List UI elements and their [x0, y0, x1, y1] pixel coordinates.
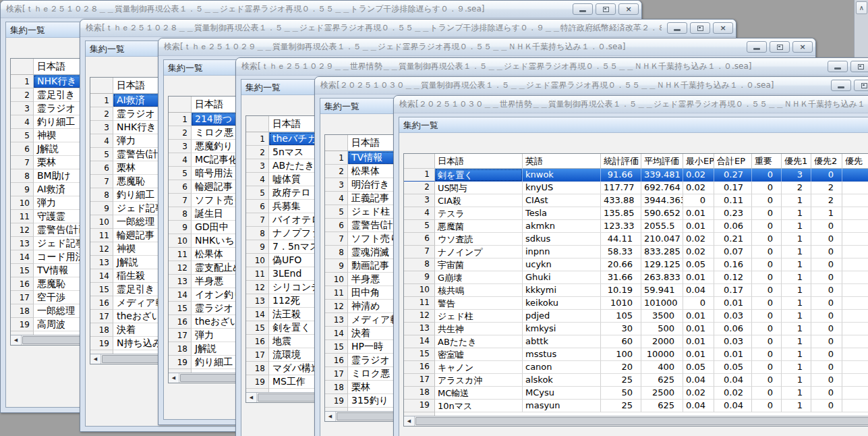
row-number-cell[interactable]: 13 — [325, 313, 348, 327]
row-number-cell[interactable]: 10 — [325, 273, 348, 286]
row-number-cell[interactable]: 16 — [90, 296, 113, 310]
table-cell[interactable]: knyUS — [523, 182, 601, 194]
scroll-left-button[interactable]: ◀ — [11, 335, 22, 345]
table-row[interactable]: 18MC輸送MCysu5025000.020.02010 — [404, 387, 868, 400]
table-cell[interactable]: 0 — [811, 361, 842, 374]
row-number-cell[interactable]: 1 — [404, 169, 435, 182]
maximize-button[interactable] — [770, 41, 790, 53]
table-row[interactable]: 17アラスカ沖alskok256250.040.04010 — [404, 374, 868, 387]
table-cell[interactable] — [842, 374, 868, 387]
row-number-cell[interactable]: 17 — [11, 291, 34, 304]
table-cell[interactable]: 0.01 — [714, 348, 752, 361]
table-cell[interactable] — [842, 233, 868, 246]
table-cell[interactable] — [842, 348, 868, 361]
row-number-cell[interactable]: 9 — [11, 183, 34, 196]
row-number-cell[interactable]: 15 — [90, 283, 113, 296]
table-cell[interactable]: kkkymi — [523, 284, 601, 297]
row-number-cell[interactable]: 17 — [325, 367, 348, 381]
table-cell[interactable]: ナノインプ — [435, 246, 523, 258]
table-cell[interactable]: 宇宙菌 — [435, 258, 523, 271]
table-cell[interactable] — [842, 387, 868, 400]
table-cell[interactable]: abttk — [523, 335, 601, 348]
table-cell[interactable] — [842, 271, 868, 284]
table-cell[interactable]: 400 — [641, 361, 683, 374]
table-cell[interactable]: 0.02 — [683, 387, 714, 400]
row-number-cell[interactable]: 1 — [11, 75, 34, 88]
table-cell[interactable]: 0.17 — [714, 284, 752, 297]
row-number-cell[interactable]: 11 — [246, 267, 269, 281]
minimize-button[interactable] — [828, 61, 848, 72]
horizontal-scrollbar[interactable]: ◀ — [404, 416, 868, 426]
table-cell[interactable]: 1 — [782, 207, 811, 220]
table-cell[interactable]: 核共鳴 — [435, 284, 523, 297]
row-number-cell[interactable]: 13 — [404, 323, 435, 335]
row-number-cell[interactable]: 18 — [325, 381, 348, 394]
table-cell[interactable]: 3944.363 — [641, 194, 683, 207]
row-number-cell[interactable]: 19 — [325, 394, 348, 408]
table-cell[interactable]: 0.04 — [714, 400, 752, 412]
row-number-cell[interactable]: 13 — [11, 237, 34, 250]
table-cell[interactable] — [842, 310, 868, 323]
row-number-cell[interactable]: 18 — [169, 342, 192, 356]
row-number-cell[interactable]: 8 — [90, 188, 113, 202]
table-cell[interactable]: 0.04 — [714, 374, 752, 387]
table-row[interactable]: 14ABたたきabttk6020000.010.03010 — [404, 335, 868, 348]
table-cell[interactable]: 0.06 — [714, 323, 752, 335]
table-cell[interactable]: 100 — [601, 348, 641, 361]
close-button[interactable]: × — [713, 22, 733, 34]
table-cell[interactable]: alskok — [523, 374, 601, 387]
table-row[interactable]: 7ナノインプinpnn58.33833.2850.020.07010 — [404, 246, 868, 258]
table-cell[interactable]: 0 — [811, 310, 842, 323]
table-cell[interactable]: 25 — [601, 374, 641, 387]
row-number-cell[interactable]: 16 — [246, 335, 269, 348]
row-number-cell[interactable]: 3 — [169, 140, 192, 153]
row-number-cell[interactable]: 14 — [246, 308, 269, 321]
row-number-cell[interactable]: 14 — [404, 335, 435, 348]
minimize-button[interactable] — [747, 41, 767, 53]
table-cell[interactable]: 117.77 — [601, 182, 641, 194]
table-row[interactable]: 9G崩壊Ghuki31.66263.8330.010.12010 — [404, 271, 868, 284]
table-cell[interactable]: 0 — [752, 169, 782, 182]
row-number-cell[interactable]: 13 — [90, 256, 113, 269]
row-number-cell[interactable]: 2 — [325, 165, 348, 178]
row-number-cell[interactable]: 12 — [11, 223, 34, 237]
table-cell[interactable]: 339.481 — [641, 169, 683, 182]
table-cell[interactable] — [842, 207, 868, 220]
row-number-cell[interactable]: 5 — [325, 205, 348, 219]
table-cell[interactable]: 1 — [782, 323, 811, 335]
row-number-cell[interactable]: 19 — [90, 337, 113, 350]
table-cell[interactable]: 0.03 — [714, 335, 752, 348]
table-cell[interactable] — [842, 400, 868, 412]
row-number-cell[interactable]: 4 — [11, 115, 34, 129]
row-number-cell[interactable]: 6 — [325, 219, 348, 232]
table-cell[interactable]: Ghuki — [523, 271, 601, 284]
table-cell[interactable]: 0.05 — [683, 361, 714, 374]
table-row[interactable]: 1910nマスmasyun256250.040.04010 — [404, 400, 868, 412]
table-cell[interactable]: 2000 — [641, 335, 683, 348]
table-cell[interactable]: 1 — [782, 297, 811, 310]
row-number-cell[interactable]: 4 — [169, 153, 192, 167]
row-number-cell[interactable]: 3 — [246, 159, 269, 173]
table-cell[interactable]: 共生神 — [435, 323, 523, 335]
row-number-cell[interactable]: 8 — [246, 227, 269, 240]
table-cell[interactable]: canon — [523, 361, 601, 374]
table-cell[interactable]: 0.01 — [683, 220, 714, 233]
table-cell[interactable]: 263.833 — [641, 271, 683, 284]
row-number-cell[interactable]: 17 — [169, 329, 192, 342]
table-cell[interactable]: 0 — [811, 335, 842, 348]
table-cell[interactable]: akmkn — [523, 220, 601, 233]
table-cell[interactable]: msstus — [523, 348, 601, 361]
table-cell[interactable]: 210.047 — [641, 233, 683, 246]
table-cell[interactable]: 0 — [752, 194, 782, 207]
row-number-cell[interactable]: 6 — [90, 161, 113, 175]
table-row[interactable]: 3CIA殺CIAst433.883944.36300.11012 — [404, 194, 868, 207]
row-number-cell[interactable]: 12 — [325, 300, 348, 313]
row-number-cell[interactable]: 2 — [246, 146, 269, 159]
row-number-cell[interactable]: 12 — [246, 281, 269, 294]
row-number-cell[interactable]: 5 — [246, 186, 269, 200]
table-cell[interactable]: 0 — [811, 297, 842, 310]
table-cell[interactable]: 1 — [782, 220, 811, 233]
row-number-cell[interactable]: 13 — [169, 275, 192, 288]
table-cell[interactable]: 0.01 — [683, 335, 714, 348]
table-cell[interactable]: 1 — [782, 335, 811, 348]
